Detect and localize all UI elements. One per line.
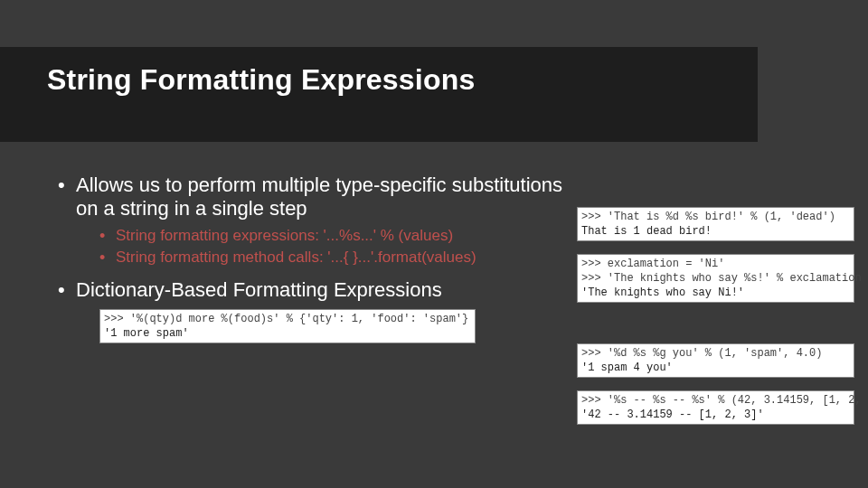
slide-header: String Formatting Expressions (0, 47, 758, 142)
code-line: '42 -- 3.14159 -- [1, 2, 3]' (581, 408, 764, 421)
code-line: That is 1 dead bird! (581, 225, 712, 238)
code-example-1: >>> 'That is %d %s bird!' % (1, 'dead') … (577, 207, 854, 241)
code-example-4: >>> '%s -- %s -- %s' % (42, 3.14159, [1,… (577, 390, 854, 425)
bullet-text-1a: String formatting expressions: '...%s...… (116, 226, 564, 246)
slide-title: String Formatting Expressions (47, 63, 758, 97)
bullet-text-1: Allows us to perform multiple type-speci… (76, 174, 564, 221)
code-line: '1 spam 4 you' (581, 361, 673, 374)
code-line: >>> '%s -- %s -- %s' % (42, 3.14159, [1,… (581, 394, 868, 407)
code-line: >>> exclamation = 'Ni' (581, 258, 724, 270)
bullet-item-1b: String formatting method calls: '...{ }.… (99, 248, 564, 267)
code-line: >>> 'That is %d %s bird!' % (1, 'dead') (581, 211, 835, 223)
bullet-list-level1: Allows us to perform multiple type-speci… (58, 174, 564, 302)
code-line: 'The knights who say Ni!' (581, 286, 744, 299)
code-line: >>> '%(qty)d more %(food)s' % {'qty': 1,… (104, 313, 468, 325)
code-example-5: >>> '%(qty)d more %(food)s' % {'qty': 1,… (99, 309, 476, 343)
bullet-text-1b: String formatting method calls: '...{ }.… (116, 248, 564, 267)
bullet-text-2: Dictionary-Based Formatting Expressions (76, 278, 564, 302)
bullet-list-level2: String formatting expressions: '...%s...… (99, 226, 564, 267)
code-line: '1 more spam' (104, 327, 189, 340)
slide-body: Allows us to perform multiple type-speci… (58, 174, 564, 313)
code-example-3: >>> '%d %s %g you' % (1, 'spam', 4.0) '1… (577, 343, 854, 378)
bullet-item-1: Allows us to perform multiple type-speci… (58, 174, 564, 267)
bullet-item-1a: String formatting expressions: '...%s...… (99, 226, 564, 246)
code-line: >>> '%d %s %g you' % (1, 'spam', 4.0) (581, 347, 822, 360)
bullet-item-2: Dictionary-Based Formatting Expressions (58, 278, 564, 302)
code-example-2: >>> exclamation = 'Ni' >>> 'The knights … (577, 254, 854, 303)
code-line: >>> 'The knights who say %s!' % exclamat… (581, 272, 862, 285)
